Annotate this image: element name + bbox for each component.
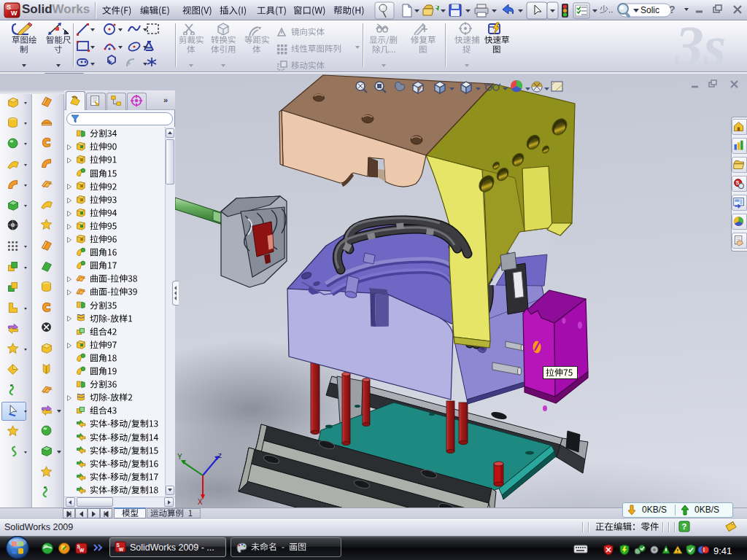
svg-text:X: X	[198, 498, 203, 506]
svg-text:W: W	[11, 9, 18, 17]
svg-text:?: ?	[682, 522, 687, 531]
svg-text:Y: Y	[177, 453, 182, 461]
svg-text:Solic: Solic	[640, 5, 659, 15]
svg-text:z: z	[218, 451, 222, 459]
svg-text:W: W	[80, 548, 85, 553]
svg-text:W: W	[119, 547, 124, 552]
